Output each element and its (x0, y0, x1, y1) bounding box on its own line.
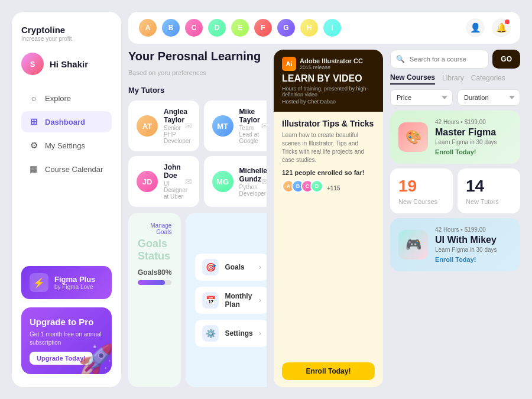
monthly-quick-icon: 📅 (202, 292, 219, 309)
section-header: Your Perosnal Learning (128, 50, 267, 63)
quick-links-card: 🎯 Goals › 📅 Monthly Plan › ⚙️ Settings (186, 213, 267, 387)
illus-body: Illustrator Tips & Tricks Learn how to c… (274, 112, 383, 387)
go-button[interactable]: GO (492, 50, 520, 69)
upgrade-figure: 🚀 (78, 343, 112, 374)
profile-button[interactable]: 👤 (466, 18, 485, 37)
left-panel: Your Perosnal Learning Based on yoru pre… (128, 50, 267, 387)
tutor-card: AT Anglea Taylor Senior PHP Developer ✉ (128, 100, 199, 151)
sidebar-user: S Hi Shakir (21, 53, 112, 75)
filter-row: Price Duration (390, 89, 520, 106)
tab-library[interactable]: Library (442, 74, 464, 84)
illus-hosted: Hosted by Chet Dabao (282, 99, 375, 105)
figma-plus-info: Figma Plus by Figma Love (54, 275, 95, 290)
tutor-avatar-mike: MT (212, 115, 233, 137)
goals-title: Goals Status (138, 238, 171, 262)
stats-row: 19 New Courses 14 New Tutors (390, 168, 520, 213)
tutor-card: MT Mike Taylor Team Lead at Google ✉ (204, 100, 267, 151)
goals-row: Goals 80% (138, 268, 171, 277)
illus-enrolled-count: 121 people enrolled so far! (282, 169, 375, 176)
price-filter[interactable]: Price (390, 89, 453, 106)
tutor-avatars: A B C D E F G H I (138, 18, 460, 38)
tutor-avatar-anglea: AT (137, 115, 158, 137)
explore-icon: ○ (28, 93, 39, 103)
search-wrap: 🔍 (390, 50, 489, 69)
enrolled-avatar: D (310, 180, 323, 193)
settings-icon: ⚙ (28, 140, 39, 151)
illus-badge: Ai Adobe Illustrator CC 2015 release (282, 57, 375, 71)
tutor-avatar-michelle: MG (212, 171, 233, 192)
bottom-left-row: Manage Goals Goals Status Goals 80% (128, 213, 267, 387)
figma-plus-icon: ⚡ (30, 273, 48, 292)
manage-goals-link[interactable]: Manage Goals (138, 222, 171, 235)
message-icon[interactable]: ✉ (261, 177, 267, 186)
notifications-button[interactable]: 🔔 (492, 18, 511, 37)
tutor-avatar-john: JD (137, 171, 158, 192)
tab-categories[interactable]: Categories (471, 74, 505, 84)
illustrator-card: Ai Adobe Illustrator CC 2015 release LEA… (274, 50, 383, 387)
figma-plus-sub: by Figma Love (54, 284, 95, 290)
tutor-avatar: G (276, 18, 296, 38)
search-input[interactable] (390, 50, 489, 69)
ui-mikey-card: 🎮 42 Hours • $199.00 UI With Mikey Learn… (390, 218, 520, 271)
enrolled-avatars: A B C D (282, 180, 320, 193)
figma-course-title: Master Figma (435, 127, 512, 138)
figma-plus-card[interactable]: ⚡ Figma Plus by Figma Love (21, 266, 112, 299)
figma-course-meta: 42 Hours • $199.00 (435, 119, 512, 125)
quick-link-label: Settings (225, 329, 252, 338)
nav-label-settings: My Settings (45, 141, 85, 150)
mikey-enroll-link[interactable]: Enroll Today! (435, 256, 512, 263)
message-icon[interactable]: ✉ (185, 177, 192, 186)
notification-dot (505, 20, 510, 24)
tutor-avatar: I (322, 18, 342, 38)
my-tutors-label: My Tutors (128, 86, 267, 95)
tutors-grid: AT Anglea Taylor Senior PHP Developer ✉ … (128, 100, 267, 207)
quick-link-settings[interactable]: ⚙️ Settings › (195, 320, 267, 347)
avatar: S (21, 53, 44, 75)
message-icon[interactable]: ✉ (185, 121, 192, 131)
arrow-icon: › (259, 329, 261, 338)
goals-label: Goals (138, 268, 157, 277)
nav-item-calendar[interactable]: ▦ Course Calendar (21, 158, 112, 180)
nav-items: ○ Explore ⊞ Dashboard ⚙ My Settings ▦ Co… (21, 88, 112, 180)
figma-enroll-link[interactable]: Enroll Today! (435, 148, 512, 155)
nav-label-explore: Explore (45, 94, 71, 103)
mikey-course-meta: 42 Hours • $199.00 (435, 226, 512, 233)
section-subtitle: Based on yoru preferences (128, 69, 267, 76)
content-area: Your Perosnal Learning Based on yoru pre… (128, 50, 520, 387)
tutor-avatar: D (207, 18, 227, 38)
tutor-avatar: B (161, 18, 181, 38)
figma-course-desc: Learn Figma in 30 days (435, 139, 512, 145)
progress-fill (138, 280, 165, 285)
tutor-card: JD John Doe UI Designer at Uber ✉ (128, 156, 199, 207)
nav-item-explore[interactable]: ○ Explore (21, 88, 112, 109)
message-icon[interactable]: ✉ (261, 121, 267, 131)
ai-icon: Ai (282, 57, 296, 71)
enroll-button[interactable]: Enroll Today! (282, 362, 375, 380)
tab-new-courses[interactable]: New Courses (390, 73, 435, 85)
nav-item-dashboard[interactable]: ⊞ Dashboard (21, 111, 112, 132)
tutor-avatar: F (253, 18, 273, 38)
quick-link-label: Monthly Plan (225, 292, 252, 309)
user-greeting: Hi Shakir (50, 59, 88, 69)
goals-quick-icon: 🎯 (202, 259, 219, 275)
nav-label-dashboard: Dashboard (45, 118, 85, 126)
quick-link-label: Goals (225, 263, 252, 271)
goals-percentage: 80% (157, 268, 171, 277)
duration-filter[interactable]: Duration (458, 89, 520, 106)
search-icon: 🔍 (396, 55, 405, 63)
illustrator-banner: Ai Adobe Illustrator CC 2015 release LEA… (274, 50, 383, 112)
nav-label-calendar: Course Calendar (45, 165, 103, 174)
quick-link-monthly[interactable]: 📅 Monthly Plan › (195, 287, 267, 314)
tutor-avatar: E (230, 18, 250, 38)
illus-desc: Learn how to create beautiful scenes in … (282, 131, 375, 164)
new-tutors-label: New Tutors (466, 198, 512, 205)
illus-subline: Hours of training, presented by high-def… (282, 86, 375, 98)
settings-quick-icon: ⚙️ (202, 325, 219, 342)
nav-item-settings[interactable]: ⚙ My Settings (21, 135, 112, 156)
new-tutors-number: 14 (466, 177, 512, 196)
illus-version: 2015 release (300, 64, 363, 70)
section-title: Your Perosnal Learning (128, 50, 261, 63)
quick-link-goals[interactable]: 🎯 Goals › (195, 254, 267, 281)
arrow-icon: › (259, 262, 261, 271)
enrolled-avatars-row: A B C D +115 (282, 180, 375, 197)
